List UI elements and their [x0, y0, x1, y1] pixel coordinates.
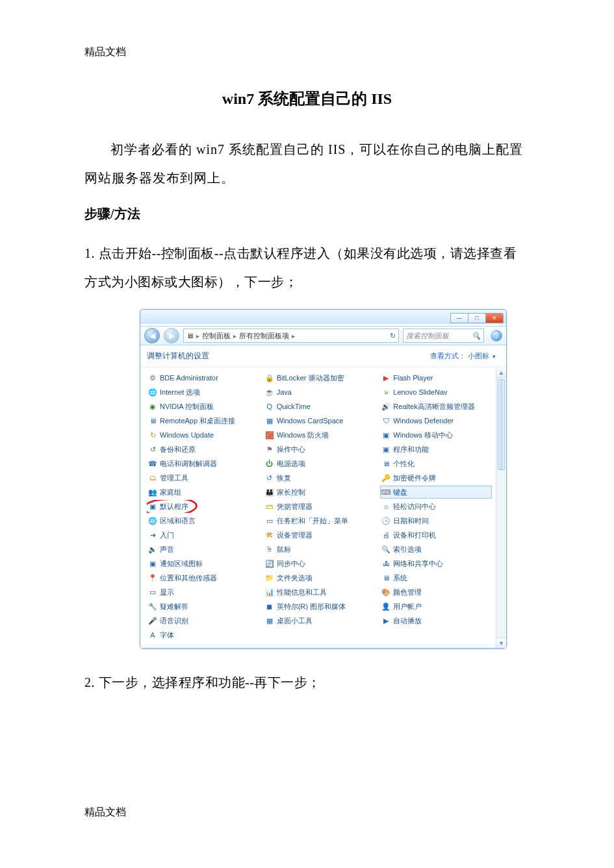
cp-item-16[interactable]: ⚑操作中心	[264, 443, 376, 456]
cp-item-38[interactable]: 🔍索引选项	[380, 543, 492, 556]
cp-item-23[interactable]: 🔑加密硬件令牌	[380, 471, 492, 484]
cp-item-label: 网络和共享中心	[393, 559, 443, 569]
cp-item-12[interactable]: ↻Windows Update	[147, 428, 259, 441]
cp-item-17[interactable]: ▣程序和功能	[380, 443, 492, 456]
cp-item-8[interactable]: 🔊Realtek高清晰音频管理器	[380, 400, 492, 413]
cp-item-47[interactable]: 🎨颜色管理	[380, 586, 492, 599]
cp-item-50[interactable]: 👤用户帐户	[380, 600, 492, 613]
cp-item-label: BDE Administrator	[160, 374, 218, 382]
cp-item-label: 语音识别	[160, 616, 188, 626]
cp-item-30[interactable]: 🌐区域和语言	[147, 514, 259, 527]
cp-item-34[interactable]: 🛠设备管理器	[264, 528, 376, 541]
cp-item-19[interactable]: ⏻电源选项	[264, 457, 376, 470]
cp-item-label: Realtek高清晰音频管理器	[393, 402, 474, 412]
cp-item-39[interactable]: ▣通知区域图标	[147, 557, 259, 570]
cp-item-5[interactable]: »Lenovo SlideNav	[380, 386, 492, 399]
cp-item-label: NVIDIA 控制面板	[160, 402, 214, 412]
cp-item-37[interactable]: 🖱鼠标	[264, 543, 376, 556]
cp-item-label: 性能信息和工具	[277, 588, 327, 597]
cp-item-20[interactable]: 🖥个性化	[380, 457, 492, 470]
cp-item-label: 显示	[160, 588, 174, 597]
cp-item-44[interactable]: 🖥系统	[380, 571, 492, 584]
scroll-up-icon[interactable]: ▲	[496, 367, 506, 378]
cp-item-14[interactable]: ▣Windows 移动中心	[380, 428, 492, 441]
cp-item-icon: 👤	[381, 602, 390, 611]
cp-item-6[interactable]: ◉NVIDIA 控制面板	[147, 400, 259, 413]
close-button[interactable]: ✕	[485, 313, 504, 323]
cp-item-15[interactable]: ↺备份和还原	[147, 443, 259, 456]
cp-item-icon: ⌨	[381, 488, 390, 497]
cp-item-49[interactable]: ◼英特尔(R) 图形和媒体	[264, 600, 376, 613]
forward-button[interactable]: ▶	[164, 328, 179, 343]
cp-item-10[interactable]: ▦Windows CardSpace	[264, 414, 376, 427]
cp-item-label: 入门	[160, 530, 174, 540]
cp-item-40[interactable]: 🔄同步中心	[264, 557, 376, 570]
cp-item-label: 操作中心	[277, 445, 305, 454]
cp-item-41[interactable]: 🖧网络和共享中心	[380, 557, 492, 570]
breadcrumb-2[interactable]: 所有控制面板项	[239, 331, 289, 341]
cp-item-43[interactable]: 📁文件夹选项	[264, 571, 376, 584]
help-icon[interactable]: ?	[491, 330, 502, 341]
cp-item-21[interactable]: 🗂管理工具	[147, 471, 259, 484]
cp-item-18[interactable]: ☎电话和调制解调器	[147, 457, 259, 470]
scrollbar[interactable]: ▲ ▼	[496, 367, 506, 648]
refresh-icon[interactable]: ↻	[390, 332, 396, 340]
cp-item-33[interactable]: ➜入门	[147, 528, 259, 541]
cp-item-label: 颜色管理	[393, 588, 422, 597]
cp-item-icon: ⚙	[148, 373, 157, 382]
cp-item-36[interactable]: 🔈声音	[147, 543, 259, 556]
cp-item-29[interactable]: ☼轻松访问中心	[380, 500, 492, 513]
cp-item-icon: ▭	[148, 588, 157, 597]
address-bar[interactable]: 🖥 ▸ 控制面板 ▸ 所有控制面板项 ▸ ↻	[183, 329, 399, 343]
cp-item-1[interactable]: 🔒BitLocker 驱动器加密	[264, 371, 376, 384]
breadcrumb-sep-icon: ▸	[292, 332, 295, 340]
cp-item-54[interactable]: A字体	[147, 628, 259, 641]
cp-item-51[interactable]: 🎤语音识别	[147, 614, 259, 627]
cp-item-icon: ▣	[381, 445, 390, 454]
breadcrumb-1[interactable]: 控制面板	[202, 331, 231, 341]
footer-watermark: 精品文档	[84, 806, 126, 819]
cp-item-label: 同步中心	[277, 559, 305, 569]
cp-item-label: 疑难解答	[160, 602, 188, 612]
cp-item-3[interactable]: 🌐Internet 选项	[147, 386, 259, 399]
cp-item-11[interactable]: 🛡Windows Defender	[380, 414, 492, 427]
cp-item-45[interactable]: ▭显示	[147, 586, 259, 599]
cp-item-icon: 🖥	[381, 573, 390, 582]
cp-item-26[interactable]: ⌨键盘	[380, 486, 492, 499]
back-button[interactable]: ◀	[144, 328, 160, 343]
scroll-down-icon[interactable]: ▼	[496, 638, 506, 648]
search-input[interactable]: 搜索控制面板 🔍	[403, 329, 484, 343]
cp-item-icon: 🔍	[381, 545, 390, 554]
cp-item-32[interactable]: 🕓日期和时间	[380, 514, 492, 527]
cp-item-35[interactable]: 🖨设备和打印机	[380, 528, 492, 541]
cp-item-31[interactable]: ▭任务栏和「开始」菜单	[264, 514, 376, 527]
cp-item-7[interactable]: QQuickTime	[264, 400, 376, 413]
cp-item-icon: ▶	[381, 616, 390, 625]
step-2: 2. 下一步，选择程序和功能--再下一步；	[84, 668, 530, 697]
cp-item-42[interactable]: 📍位置和其他传感器	[147, 571, 259, 584]
cp-item-label: Windows 移动中心	[393, 430, 453, 440]
cp-item-13[interactable]: 🧱Windows 防火墙	[264, 428, 376, 441]
cp-item-53[interactable]: ▶自动播放	[380, 614, 492, 627]
cp-item-label: 英特尔(R) 图形和媒体	[277, 602, 346, 612]
cp-item-28[interactable]: 🗃凭据管理器	[264, 500, 376, 513]
cp-item-52[interactable]: ▦桌面小工具	[264, 614, 376, 627]
cp-item-4[interactable]: ☕Java	[264, 386, 376, 399]
cp-item-0[interactable]: ⚙BDE Administrator	[147, 371, 259, 384]
cp-item-27[interactable]: ▣默认程序	[147, 500, 259, 513]
cp-item-icon: ↺	[148, 445, 157, 454]
cp-item-icon: 📊	[265, 588, 274, 597]
cp-item-48[interactable]: 🔧疑难解答	[147, 600, 259, 613]
cp-item-46[interactable]: 📊性能信息和工具	[264, 586, 376, 599]
cp-item-24[interactable]: 👥家庭组	[147, 486, 259, 499]
maximize-button[interactable]: □	[468, 313, 486, 323]
cp-item-25[interactable]: 👪家长控制	[264, 486, 376, 499]
cp-item-9[interactable]: 🖥RemoteApp 和桌面连接	[147, 414, 259, 427]
cp-item-icon: Q	[265, 402, 274, 411]
cp-item-2[interactable]: ▶Flash Player	[380, 371, 492, 384]
search-icon: 🔍	[472, 332, 481, 340]
cp-item-22[interactable]: ↺恢复	[264, 471, 376, 484]
scroll-thumb[interactable]	[498, 379, 505, 470]
view-mode-selector[interactable]: 查看方式： 小图标 ▾	[430, 351, 496, 361]
minimize-button[interactable]: —	[450, 313, 468, 323]
